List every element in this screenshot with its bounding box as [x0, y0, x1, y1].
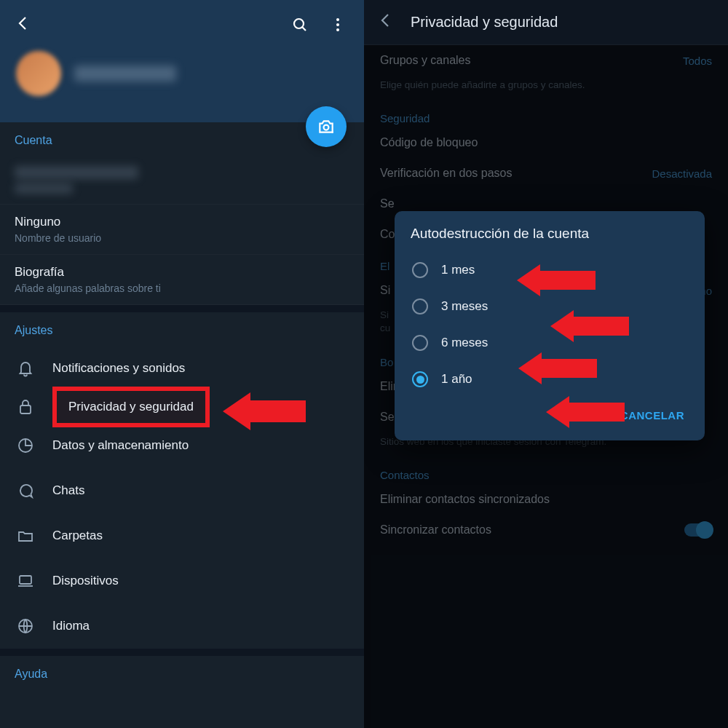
radio-icon	[412, 262, 428, 278]
profile-header[interactable]	[16, 51, 176, 96]
option-1ano[interactable]: 1 año	[411, 361, 699, 397]
svg-point-4	[324, 125, 329, 130]
phone-row-blurred[interactable]	[0, 156, 364, 205]
settings-item-privacy[interactable]: Privacidad y seguridad	[0, 391, 364, 423]
lock-icon	[16, 397, 35, 416]
left-appbar	[0, 0, 364, 122]
option-1mes[interactable]: 1 mes	[411, 252, 699, 288]
privacy-highlight-box: Privacidad y seguridad	[57, 391, 205, 423]
option-label: 3 meses	[441, 299, 488, 314]
settings-item-folders[interactable]: Carpetas	[0, 513, 364, 558]
settings-item-notifications[interactable]: Notificaciones y sonidos	[0, 346, 364, 391]
option-label: 6 meses	[441, 336, 488, 350]
section-title-help: Ayuda	[15, 668, 349, 681]
pie-icon	[16, 436, 35, 455]
settings-item-label: Notificaciones y sonidos	[52, 361, 185, 376]
svg-rect-7	[20, 576, 31, 584]
svg-rect-5	[20, 405, 31, 414]
settings-item-devices[interactable]: Dispositivos	[0, 558, 364, 604]
settings-item-label: Chats	[52, 483, 84, 498]
right-appbar: Privacidad y seguridad	[364, 0, 728, 45]
bio-row[interactable]: Biografía Añade algunas palabras sobre t…	[0, 255, 364, 305]
svg-point-2	[336, 23, 339, 26]
back-icon[interactable]	[15, 15, 32, 36]
svg-point-0	[294, 19, 304, 28]
globe-icon	[16, 617, 35, 636]
option-label: 1 año	[441, 372, 472, 387]
svg-point-1	[336, 18, 339, 21]
help-section: Ayuda	[0, 656, 364, 689]
settings-item-label: Carpetas	[52, 529, 103, 543]
option-6meses[interactable]: 6 meses	[411, 325, 699, 361]
profile-name-blurred	[74, 66, 176, 82]
settings-list: Notificaciones y sonidos Privacidad y se…	[0, 346, 364, 649]
settings-item-chats[interactable]: Chats	[0, 468, 364, 513]
settings-item-label: Dispositivos	[52, 574, 119, 588]
avatar	[16, 51, 61, 96]
option-3meses[interactable]: 3 meses	[411, 288, 699, 325]
chat-icon	[16, 481, 35, 500]
autodestruct-dialog: Autodestrucción de la cuenta 1 mes 3 mes…	[395, 211, 705, 440]
radio-icon	[412, 335, 428, 351]
divider	[0, 305, 364, 312]
settings-item-label: Idioma	[52, 619, 90, 633]
option-label: 1 mes	[441, 263, 475, 277]
radio-icon	[412, 298, 428, 314]
section-title-settings: Ajustes	[15, 324, 349, 337]
row-sub: Nombre de usuario	[15, 232, 349, 244]
radio-icon-selected	[412, 371, 428, 387]
right-pane: Privacidad y seguridad Grupos y canales …	[364, 0, 728, 728]
settings-item-label: Datos y almacenamiento	[52, 438, 189, 453]
back-icon[interactable]	[377, 12, 395, 33]
section-title-account: Cuenta	[15, 134, 349, 147]
page-title: Privacidad y seguridad	[411, 14, 558, 31]
svg-point-3	[336, 28, 339, 31]
username-row[interactable]: Ninguno Nombre de usuario	[0, 205, 364, 255]
row-label: Ninguno	[15, 215, 349, 229]
left-pane: Cuenta Ninguno Nombre de usuario Biograf…	[0, 0, 364, 728]
row-label: Biografía	[15, 265, 349, 280]
laptop-icon	[16, 571, 35, 590]
folder-icon	[16, 526, 35, 545]
divider	[0, 649, 364, 656]
more-icon[interactable]	[329, 16, 347, 36]
cancel-button[interactable]: CANCELAR	[613, 402, 692, 429]
settings-item-language[interactable]: Idioma	[0, 604, 364, 649]
camera-fab[interactable]	[306, 106, 347, 147]
bell-icon	[16, 359, 35, 378]
settings-item-data[interactable]: Datos y almacenamiento	[0, 423, 364, 468]
settings-section: Ajustes	[0, 312, 364, 346]
row-sub: Añade algunas palabras sobre ti	[15, 282, 349, 294]
settings-item-label: Privacidad y seguridad	[68, 400, 194, 414]
dialog-actions: CANCELAR	[411, 397, 699, 436]
search-icon[interactable]	[291, 16, 309, 36]
dialog-title: Autodestrucción de la cuenta	[411, 226, 699, 242]
